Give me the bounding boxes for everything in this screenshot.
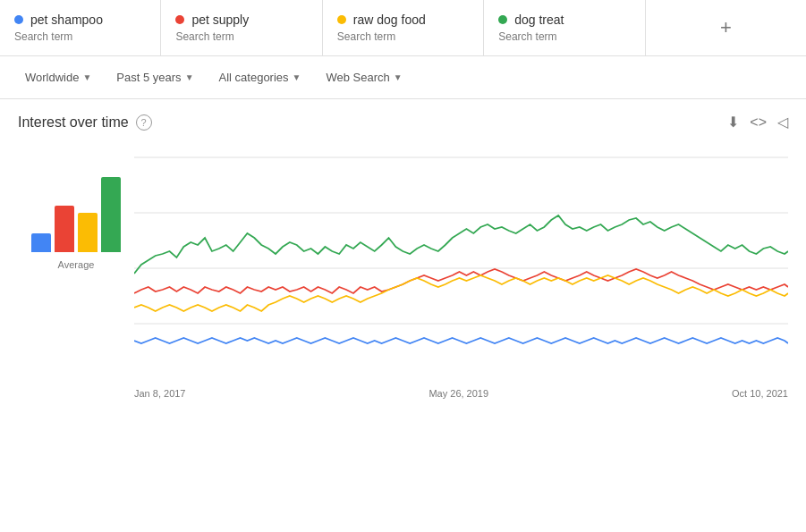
term-label-dog-treat: Search term <box>498 30 630 43</box>
add-term-button[interactable]: + <box>646 0 806 55</box>
term-label-pet-shampoo: Search term <box>14 30 146 43</box>
filter-time[interactable]: Past 5 years ▼ <box>106 65 204 89</box>
line-pet-supply <box>134 269 788 293</box>
chart-header: Interest over time ? ⬇ <> ◁ <box>18 114 788 131</box>
line-chart-wrapper: 100 75 50 25 Jan 8, 2017 May 26, 2019 Oc… <box>134 148 788 402</box>
chart-section: Interest over time ? ⬇ <> ◁ Average <box>0 99 806 417</box>
code-icon[interactable]: <> <box>750 114 767 131</box>
x-label-end: Oct 10, 2021 <box>732 388 788 399</box>
bar-dog-treat <box>101 177 121 252</box>
chart-actions: ⬇ <> ◁ <box>727 114 788 131</box>
share-icon[interactable]: ◁ <box>777 114 788 131</box>
term-label-raw-dog-food: Search term <box>337 30 469 43</box>
line-chart-svg: 100 75 50 25 <box>134 148 788 381</box>
line-dog-treat <box>134 215 788 274</box>
download-icon[interactable]: ⬇ <box>727 114 739 131</box>
average-label: Average <box>58 259 95 270</box>
filter-type[interactable]: Web Search ▼ <box>315 65 412 89</box>
filter-location[interactable]: Worldwide ▼ <box>14 65 102 89</box>
term-dot-pet-supply <box>175 15 184 24</box>
term-dot-raw-dog-food <box>337 15 346 24</box>
search-terms-bar: pet shampoo Search term pet supply Searc… <box>0 0 806 56</box>
chevron-down-icon: ▼ <box>394 72 403 82</box>
chart-container: Average 100 75 50 25 <box>18 148 788 402</box>
filter-category-label: All categories <box>219 71 289 84</box>
filter-category[interactable]: All categories ▼ <box>208 65 312 89</box>
term-name-pet-supply: pet supply <box>191 13 249 27</box>
term-dog-treat[interactable]: dog treat Search term <box>484 0 645 55</box>
filter-location-label: Worldwide <box>25 71 79 84</box>
bar-pet-supply <box>55 206 74 252</box>
filter-time-label: Past 5 years <box>116 71 181 84</box>
line-pet-shampoo <box>134 338 788 343</box>
term-dot-pet-shampoo <box>14 15 23 24</box>
term-pet-shampoo[interactable]: pet shampoo Search term <box>0 0 161 55</box>
filters-bar: Worldwide ▼ Past 5 years ▼ All categorie… <box>0 56 806 99</box>
chevron-down-icon: ▼ <box>185 72 194 82</box>
x-axis-labels: Jan 8, 2017 May 26, 2019 Oct 10, 2021 <box>134 384 788 402</box>
line-raw-dog-food <box>134 275 788 311</box>
help-icon[interactable]: ? <box>136 114 152 131</box>
chart-title-row: Interest over time ? <box>18 114 152 131</box>
filter-type-label: Web Search <box>326 71 389 84</box>
term-pet-supply[interactable]: pet supply Search term <box>161 0 322 55</box>
chevron-down-icon: ▼ <box>293 72 301 82</box>
average-bar-chart: Average <box>18 148 134 270</box>
term-name-pet-shampoo: pet shampoo <box>30 13 103 27</box>
x-label-mid: May 26, 2019 <box>428 388 488 399</box>
term-name-raw-dog-food: raw dog food <box>353 13 426 27</box>
term-name-dog-treat: dog treat <box>514 13 564 27</box>
term-raw-dog-food[interactable]: raw dog food Search term <box>323 0 484 55</box>
bar-raw-dog-food <box>78 213 98 252</box>
bar-chart-bars <box>31 148 121 256</box>
term-dot-dog-treat <box>498 15 507 24</box>
bar-pet-shampoo <box>31 233 51 252</box>
x-label-start: Jan 8, 2017 <box>134 388 186 399</box>
chevron-down-icon: ▼ <box>82 72 91 82</box>
chart-title: Interest over time <box>18 114 129 131</box>
term-label-pet-supply: Search term <box>175 30 307 43</box>
